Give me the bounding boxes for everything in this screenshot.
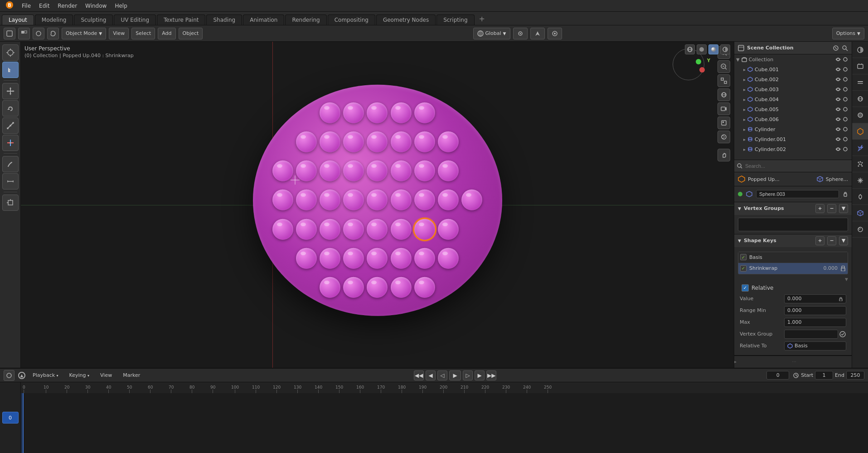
select-tool-box[interactable] <box>18 28 30 39</box>
viewport-shading-solid[interactable] <box>697 44 707 54</box>
outliner-item-cylinder001[interactable]: ▸ Cylinder.001 <box>734 134 852 144</box>
shape-key-lock-icon[interactable] <box>840 266 846 271</box>
add-workspace-btn[interactable]: + <box>475 13 489 25</box>
end-frame-num[interactable]: 250 <box>846 371 864 380</box>
shape-key-basis[interactable]: ✓ Basis <box>738 252 848 263</box>
vertex-groups-header[interactable]: ▼ Vertex Groups + − ▼ <box>734 202 852 215</box>
outliner-item-cube001[interactable]: ▸ Cube.001 <box>734 64 852 74</box>
view-btn[interactable]: View <box>109 28 129 39</box>
props-data-icon[interactable] <box>852 205 868 221</box>
add-cube-tool[interactable] <box>2 195 19 211</box>
annotate-tool[interactable] <box>2 156 19 172</box>
play-btn[interactable]: ▶ <box>449 370 461 380</box>
camera-view-btn[interactable] <box>718 102 730 115</box>
keying-menu[interactable]: Keying ▾ <box>66 371 93 379</box>
range-min-field[interactable]: 0.000 <box>784 306 846 315</box>
outliner-item-cube002[interactable]: ▸ Cube.002 <box>734 74 852 84</box>
playback-menu[interactable]: Playback ▾ <box>29 371 62 379</box>
overlay-btn[interactable] <box>718 131 730 143</box>
viewport-shading-rendered[interactable] <box>720 44 730 54</box>
options-btn[interactable]: Options ▼ <box>832 28 864 39</box>
props-physics-icon[interactable] <box>852 172 868 189</box>
object-btn[interactable]: Object <box>179 28 203 39</box>
timeline-collapse-btn[interactable]: ▲ <box>18 372 25 379</box>
outliner-item-cube006[interactable]: ▸ Cube.006 <box>734 114 852 124</box>
vertex-groups-remove-btn[interactable]: − <box>827 204 836 213</box>
mode-selector-icons[interactable] <box>4 28 15 39</box>
perspective-btn[interactable] <box>718 88 730 101</box>
blender-logo-btn[interactable]: B <box>2 0 17 11</box>
props-search-icon[interactable] <box>737 163 742 169</box>
select-btn[interactable]: Select <box>131 28 155 39</box>
outliner-collection[interactable]: ▼ Collection <box>734 54 852 64</box>
vertex-group-input[interactable] <box>784 330 838 339</box>
scale-tool[interactable] <box>2 117 19 134</box>
hand-tool-btn[interactable] <box>718 149 730 161</box>
vertex-group-icon[interactable] <box>839 331 846 338</box>
shape-key-shrinkwrap[interactable]: ✓ Shrinkwrap 0.000 <box>738 263 848 274</box>
props-constraints-icon[interactable] <box>852 189 868 205</box>
timeline-type-icon[interactable] <box>4 370 15 381</box>
render-region-btn[interactable] <box>718 117 730 129</box>
tab-layout[interactable]: Layout <box>2 15 34 25</box>
shape-key-shrinkwrap-checkbox[interactable]: ✓ <box>740 265 747 272</box>
value-field[interactable]: 0.000 <box>784 294 846 303</box>
select-tool-circle[interactable] <box>33 28 44 39</box>
zoom-fit-btn[interactable] <box>718 74 730 87</box>
prev-keyframe-btn[interactable]: ◀ <box>426 370 436 380</box>
tab-shading[interactable]: Shading <box>206 15 242 25</box>
outliner-item-cube003[interactable]: ▸ Cube.003 <box>734 84 852 94</box>
tab-rendering[interactable]: Rendering <box>285 15 326 25</box>
shape-keys-remove-btn[interactable]: − <box>827 236 836 245</box>
outliner-item-cylinder002[interactable]: ▸ Cylinder.002 <box>734 144 852 154</box>
transform-tool[interactable] <box>2 135 19 151</box>
zoom-out-btn[interactable] <box>718 60 730 73</box>
item-visibility2[interactable] <box>835 77 841 82</box>
transform-dropdown[interactable]: Global ▼ <box>473 28 510 39</box>
tab-sculpting[interactable]: Sculpting <box>74 15 113 25</box>
select-tool[interactable] <box>2 62 19 78</box>
item-restrict[interactable] <box>843 67 848 72</box>
pivot-btn[interactable] <box>513 28 528 39</box>
item-visibility[interactable] <box>835 67 841 72</box>
proportional-btn[interactable] <box>548 28 562 39</box>
props-material-icon[interactable] <box>852 221 868 238</box>
restrict-icon[interactable] <box>843 57 848 62</box>
move-tool[interactable] <box>2 83 19 99</box>
shape-keys-header[interactable]: ▼ Shape Keys + − ▼ <box>734 234 852 247</box>
add-btn[interactable]: Add <box>158 28 175 39</box>
file-menu[interactable]: File <box>18 2 34 10</box>
props-scene-icon[interactable] <box>852 91 868 107</box>
tab-scripting[interactable]: Scripting <box>436 15 474 25</box>
active-object-name-field[interactable] <box>756 190 839 198</box>
vertex-groups-specials-btn[interactable]: ▼ <box>839 204 848 213</box>
tab-compositing[interactable]: Compositing <box>328 15 375 25</box>
props-particles-icon[interactable] <box>852 156 868 172</box>
prev-frame-btn[interactable]: ◁ <box>437 370 447 380</box>
shape-key-basis-checkbox[interactable]: ✓ <box>740 254 747 260</box>
tab-texture-paint[interactable]: Texture Paint <box>157 15 205 25</box>
props-modifier-icon[interactable] <box>852 140 868 156</box>
view-menu[interactable]: View <box>97 371 116 379</box>
window-menu[interactable]: Window <box>82 2 110 10</box>
outliner-item-cube004[interactable]: ▸ Cube.004 <box>734 94 852 104</box>
measure-tool[interactable] <box>2 173 19 190</box>
start-frame-num[interactable]: 1 <box>815 371 833 380</box>
props-object-icon[interactable] <box>852 123 868 140</box>
select-tool-lasso[interactable] <box>47 28 59 39</box>
next-frame-btn[interactable]: ▷ <box>463 370 473 380</box>
props-world-icon[interactable] <box>852 107 868 123</box>
viewport[interactable]: User Perspective (0) Collection | Popped… <box>21 42 734 368</box>
jump-start-btn[interactable]: ◀◀ <box>414 370 424 380</box>
rotate-tool[interactable] <box>2 100 19 117</box>
mode-dropdown[interactable]: Object Mode ▼ <box>62 28 106 39</box>
next-keyframe-btn[interactable]: ▶ <box>475 370 485 380</box>
edit-menu[interactable]: Edit <box>35 2 53 10</box>
props-search-input[interactable] <box>745 163 849 169</box>
lock-icon[interactable] <box>843 191 848 197</box>
viewport-shading-material[interactable] <box>708 44 718 54</box>
outliner-item-cylinder[interactable]: ▸ Cylinder <box>734 124 852 134</box>
tab-uv-editing[interactable]: UV Editing <box>114 15 156 25</box>
current-frame-indicator-marker[interactable]: 0 <box>2 412 19 424</box>
tab-animation[interactable]: Animation <box>243 15 284 25</box>
